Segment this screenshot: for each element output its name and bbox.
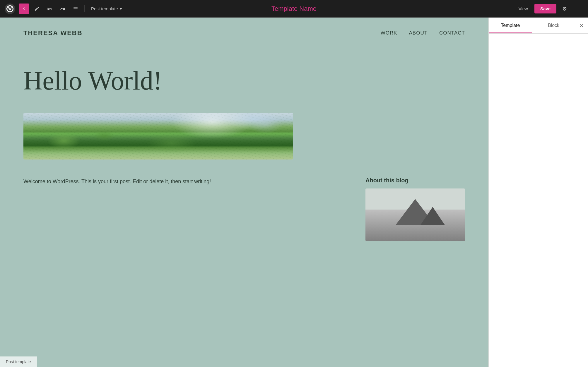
post-excerpt: Welcome to WordPress. This is your first… <box>23 177 348 186</box>
status-label: Post template <box>6 359 31 364</box>
site-title: THERESA WEBB <box>23 29 83 37</box>
landscape-painting <box>23 113 293 160</box>
sidebar-tabs: Template Block × <box>489 18 588 34</box>
col-left: Welcome to WordPress. This is your first… <box>23 177 348 241</box>
painting-strokes <box>23 113 293 160</box>
redo-icon <box>60 6 65 11</box>
main-layout: THERESA WEBB WORK ABOUT CONTACT Hello Wo… <box>0 18 588 367</box>
wp-logo-inner <box>6 5 13 12</box>
sidebar-content <box>489 34 588 367</box>
sidebar-image <box>365 188 465 241</box>
tools-button[interactable] <box>70 4 81 14</box>
two-col-section: Welcome to WordPress. This is your first… <box>0 177 488 241</box>
tab-block[interactable]: Block <box>532 18 575 33</box>
toolbar-right: View Save ⚙ ⋮ <box>515 4 583 14</box>
close-icon: × <box>580 22 583 29</box>
template-name: Template Name <box>271 5 317 13</box>
settings-icon: ⚙ <box>562 6 567 12</box>
edit-button[interactable] <box>32 4 42 14</box>
settings-button[interactable]: ⚙ <box>559 4 570 14</box>
redo-button[interactable] <box>57 4 68 14</box>
tab-template-label: Template <box>501 23 520 28</box>
more-icon: ⋮ <box>575 6 581 12</box>
nav-item-contact[interactable]: CONTACT <box>439 30 465 36</box>
nav-item-work[interactable]: WORK <box>381 30 397 36</box>
featured-image <box>23 113 293 160</box>
post-template-label: Post template <box>91 6 118 11</box>
save-button[interactable]: Save <box>534 4 556 13</box>
back-button[interactable] <box>19 4 29 14</box>
view-button[interactable]: View <box>515 4 531 13</box>
canvas-area[interactable]: THERESA WEBB WORK ABOUT CONTACT Hello Wo… <box>0 18 488 367</box>
post-title: Hello World! <box>23 66 465 95</box>
site-header: THERESA WEBB WORK ABOUT CONTACT <box>0 18 488 49</box>
toolbar-divider <box>84 5 85 12</box>
nav-item-about[interactable]: ABOUT <box>409 30 428 36</box>
wp-logo <box>5 4 15 14</box>
tools-icon <box>73 6 78 11</box>
toolbar: Post template ▾ Template Name View Save … <box>0 0 588 18</box>
more-button[interactable]: ⋮ <box>573 4 583 14</box>
tab-block-label: Block <box>548 23 559 28</box>
undo-button[interactable] <box>45 4 55 14</box>
back-icon <box>21 6 27 11</box>
post-content: Hello World! <box>0 49 488 160</box>
site-nav: WORK ABOUT CONTACT <box>381 30 465 36</box>
tab-template[interactable]: Template <box>489 18 532 33</box>
sidebar-close-button[interactable]: × <box>575 19 588 32</box>
right-sidebar: Template Block × <box>488 18 588 367</box>
post-template-button[interactable]: Post template ▾ <box>88 4 125 13</box>
sidebar-title: About this blog <box>365 177 465 184</box>
edit-icon <box>34 6 40 11</box>
bottom-bar: Post template <box>0 356 37 367</box>
undo-icon <box>47 6 52 11</box>
col-right: About this blog <box>365 177 465 241</box>
post-template-dropdown-icon: ▾ <box>120 6 122 11</box>
